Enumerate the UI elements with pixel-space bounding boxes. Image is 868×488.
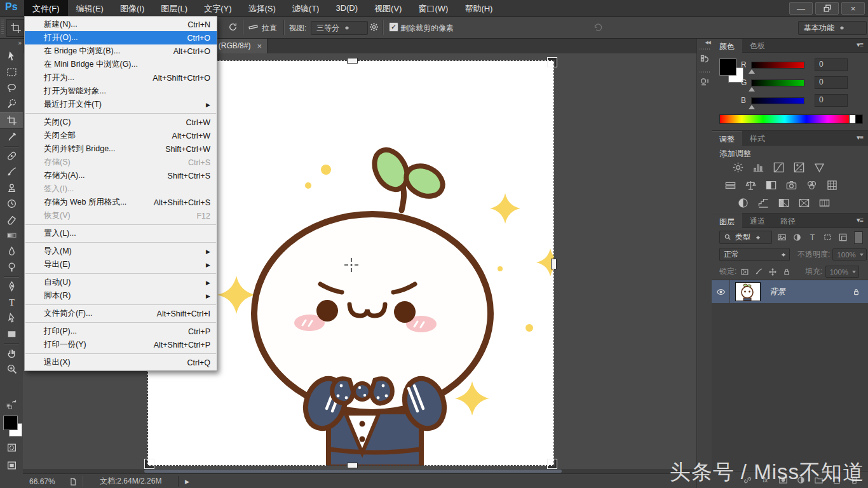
file-menu-item[interactable]: 打印一份(Y)Alt+Shift+Ctrl+P <box>25 338 217 351</box>
history-panel-icon[interactable] <box>698 52 711 66</box>
brush-tool[interactable] <box>0 164 23 180</box>
straighten-label[interactable]: 拉直 <box>262 23 277 34</box>
smart-object-filter[interactable] <box>838 233 848 242</box>
horizontal-scrollbar[interactable] <box>23 469 696 473</box>
lasso-tool[interactable] <box>0 80 23 96</box>
file-menu-item[interactable]: 自动(U)▶ <box>25 276 217 289</box>
file-menu-item[interactable]: 脚本(R)▶ <box>25 289 217 302</box>
rotate-crop-icon[interactable] <box>227 22 238 32</box>
brightness-contrast-adjustment[interactable] <box>732 161 744 173</box>
path-select-tool[interactable] <box>0 310 23 326</box>
screen-mode-icon[interactable] <box>0 460 23 471</box>
toolbar-collapse-icon[interactable]: » <box>18 39 20 46</box>
opacity-value[interactable]: 100% <box>832 248 866 261</box>
eraser-tool[interactable] <box>0 212 23 227</box>
filter-toggle[interactable] <box>854 231 863 244</box>
quick-select-tool[interactable] <box>0 96 23 112</box>
marquee-tool[interactable] <box>0 64 23 80</box>
file-menu-item[interactable]: 存储为(A)...Shift+Ctrl+S <box>25 169 217 182</box>
reset-icon[interactable] <box>592 22 604 33</box>
properties-panel-icon[interactable] <box>698 75 711 89</box>
channel-slider[interactable] <box>751 62 804 69</box>
tab-close-icon[interactable]: × <box>257 42 262 50</box>
channel-value[interactable]: 0 <box>815 58 848 71</box>
color-spectrum-ramp[interactable] <box>719 114 850 124</box>
slider-thumb-icon[interactable] <box>749 66 755 74</box>
blend-mode-select[interactable]: 正常 <box>719 248 790 261</box>
crop-tool[interactable] <box>0 112 23 129</box>
menu-item-6[interactable]: 滤镜(T) <box>284 0 328 17</box>
channel-mixer-adjustment[interactable] <box>806 179 818 191</box>
history-brush-tool[interactable] <box>0 196 23 212</box>
lock-position[interactable] <box>768 268 777 276</box>
spectrum-black-swatch[interactable] <box>855 114 863 124</box>
color-lookup-adjustment[interactable] <box>826 179 838 191</box>
panel-menu-icon[interactable]: ▾≡ <box>857 38 868 52</box>
tab-样式[interactable]: 样式 <box>742 131 773 145</box>
menu-item-7[interactable]: 3D(D) <box>327 0 366 17</box>
invert-adjustment[interactable] <box>737 197 749 209</box>
tool-preset-crop[interactable] <box>6 19 25 37</box>
adjustment-layer-filter[interactable] <box>792 233 802 242</box>
move-tool[interactable] <box>0 48 23 64</box>
lock-image-pixels[interactable] <box>754 268 763 276</box>
type-tool[interactable]: T <box>0 294 23 310</box>
lock-transparent-pixels[interactable] <box>740 268 749 276</box>
photo-filter-adjustment[interactable] <box>785 179 797 191</box>
menu-item-8[interactable]: 视图(V) <box>366 0 410 17</box>
tab-图层[interactable]: 图层 <box>712 214 742 228</box>
zoom-level[interactable]: 66.67% <box>29 477 69 486</box>
close-button[interactable]: × <box>841 2 865 15</box>
gear-icon[interactable] <box>369 22 379 32</box>
healing-tool[interactable] <box>0 148 23 164</box>
slider-thumb-icon[interactable] <box>749 102 755 109</box>
workspace-select[interactable]: 基本功能 <box>798 21 867 35</box>
threshold-adjustment[interactable] <box>778 197 790 209</box>
vibrance-adjustment[interactable] <box>813 161 825 173</box>
channel-value[interactable]: 0 <box>815 76 848 89</box>
hue-saturation-adjustment[interactable] <box>724 179 736 191</box>
panel-menu-icon[interactable]: ▾≡ <box>857 214 868 227</box>
selective-color-adjustment[interactable] <box>798 197 810 209</box>
crop-handle-top[interactable] <box>347 58 358 64</box>
file-menu-item[interactable]: 关闭全部Alt+Ctrl+W <box>25 129 217 142</box>
foreground-color-swatch[interactable] <box>3 416 18 430</box>
file-menu-item[interactable]: 在 Bridge 中浏览(B)...Alt+Ctrl+O <box>25 44 217 58</box>
color-balance-adjustment[interactable] <box>745 179 757 191</box>
expand-panels-icon[interactable]: ◀◀ <box>705 40 710 45</box>
status-expand-arrow[interactable]: ▶ <box>182 477 191 486</box>
file-menu-item[interactable]: 新建(N)...Ctrl+N <box>25 18 217 31</box>
channel-slider[interactable] <box>751 97 804 104</box>
fill-value[interactable]: 100% <box>825 266 859 278</box>
file-menu-item[interactable]: 在 Mini Bridge 中浏览(G)... <box>25 58 217 71</box>
menu-item-1[interactable]: 编辑(E) <box>68 0 112 17</box>
file-menu-item[interactable]: 置入(L)... <box>25 227 217 240</box>
layer-row-background[interactable]: 背景 <box>712 280 868 304</box>
posterize-adjustment[interactable] <box>757 197 770 209</box>
curves-adjustment[interactable] <box>773 161 785 173</box>
exposure-adjustment[interactable] <box>793 161 805 173</box>
hand-tool[interactable] <box>0 345 23 361</box>
straighten-icon[interactable] <box>248 22 259 32</box>
crop-handle-bottom-right[interactable] <box>548 459 557 468</box>
tab-调整[interactable]: 调整 <box>712 131 742 146</box>
black-white-adjustment[interactable] <box>765 179 777 191</box>
channel-slider[interactable] <box>751 79 804 86</box>
menu-file[interactable]: 文件(F) <box>24 0 68 17</box>
restore-button[interactable] <box>815 2 839 15</box>
menu-item-10[interactable]: 帮助(H) <box>456 0 501 17</box>
delete-cropped-pixels-label[interactable]: 删除裁剪的像素 <box>400 23 454 34</box>
document-size-field[interactable]: 文档:2.64M/2.26M <box>83 476 179 487</box>
minimize-button[interactable]: — <box>789 2 813 15</box>
gradient-map-adjustment[interactable] <box>818 197 831 209</box>
file-menu-item[interactable]: 打开为...Alt+Shift+Ctrl+O <box>25 71 217 85</box>
zoom-tool[interactable] <box>0 361 23 377</box>
channel-value[interactable]: 0 <box>815 94 848 107</box>
tab-颜色[interactable]: 颜色 <box>712 38 742 53</box>
blur-tool[interactable] <box>0 243 23 259</box>
crop-handle-right[interactable] <box>551 259 557 269</box>
slider-thumb-icon[interactable] <box>749 84 755 92</box>
levels-adjustment[interactable] <box>752 161 764 173</box>
file-menu-item[interactable]: 关闭(C)Ctrl+W <box>25 116 217 129</box>
lock-all[interactable] <box>782 268 791 276</box>
